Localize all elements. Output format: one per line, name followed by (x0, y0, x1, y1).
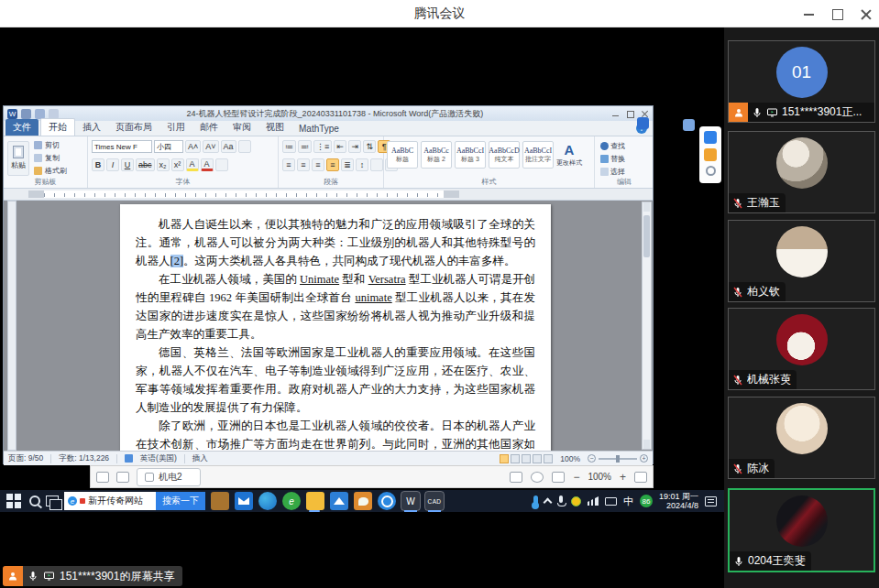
panel-icon[interactable] (510, 472, 522, 483)
zoom-knob[interactable] (616, 455, 620, 463)
find-button[interactable]: 查找 (600, 141, 632, 151)
font-name-combo[interactable]: Times New F (92, 140, 152, 153)
fullscreen-icon[interactable] (634, 472, 647, 483)
tab-page-layout[interactable]: 页面布局 (108, 119, 159, 136)
format-painter-button[interactable]: 格式刷 (34, 166, 67, 176)
italic-button[interactable]: I (106, 158, 119, 171)
desktop-mini-icon-1[interactable] (637, 117, 649, 129)
print-layout-view-icon[interactable] (500, 454, 509, 463)
pan-tool-icon[interactable] (552, 472, 565, 483)
copy-button[interactable]: 复制 (34, 153, 67, 163)
widget-doc-icon[interactable] (704, 131, 717, 144)
zoom-slider[interactable]: − + (588, 454, 648, 463)
distribute-button[interactable]: ≣ (341, 158, 354, 171)
font-size-combo[interactable]: 小四 (154, 140, 183, 153)
style-heading3[interactable]: AaBbCcI 标题 3 (455, 141, 486, 169)
underline-button[interactable]: U (121, 158, 134, 171)
minimize-button[interactable] (803, 8, 815, 20)
touch-keyboard-icon[interactable] (605, 497, 617, 506)
outline-view-icon[interactable] (533, 454, 542, 463)
word-logo-icon[interactable]: W (7, 109, 17, 119)
close-button[interactable] (860, 8, 872, 20)
language-indicator[interactable]: 英语(美国) (140, 453, 177, 464)
insert-mode-indicator[interactable]: 插入 (192, 453, 208, 464)
save-icon[interactable] (21, 109, 31, 119)
ime-indicator[interactable]: 中 (623, 495, 633, 508)
taskbar-search-icon[interactable] (29, 495, 40, 506)
style-heading1[interactable]: AaBbC 标题 (387, 141, 418, 169)
vertical-scrollbar[interactable] (642, 201, 652, 450)
zoom-in-icon[interactable]: + (640, 454, 648, 463)
align-left-button[interactable]: ≡ (282, 158, 295, 171)
increase-indent-button[interactable]: ⇥ (348, 140, 361, 153)
superscript-button[interactable]: x² (171, 158, 184, 171)
shrink-font-button[interactable]: A˅ (203, 140, 218, 153)
select-button[interactable]: 选择 (600, 167, 632, 177)
desktop-mini-icon-2[interactable] (683, 119, 695, 131)
new-window-icon[interactable] (116, 472, 129, 483)
style-plain-text[interactable]: AaBbCcD 纯文本 (489, 141, 520, 169)
start-button[interactable] (4, 493, 24, 509)
tab-insert[interactable]: 插入 (75, 119, 108, 136)
zoom-level[interactable]: 100% (560, 454, 580, 463)
mail-app-icon[interactable] (235, 492, 253, 510)
multilevel-list-button[interactable]: ⋮≡ (313, 140, 332, 153)
page-indicator[interactable]: 页面: 9/50 (8, 453, 43, 464)
task-view-icon[interactable] (46, 495, 59, 506)
sort-button[interactable]: ⇅ (363, 140, 376, 153)
tab-mailings[interactable]: 邮件 (192, 119, 225, 136)
bullets-button[interactable]: ≔ (282, 140, 296, 153)
participant-tile[interactable]: 陈冰 (728, 397, 875, 479)
change-styles-button[interactable]: 更改样式 (556, 158, 582, 168)
spellcheck-icon[interactable] (125, 454, 133, 463)
zoom-out-icon[interactable]: − (588, 454, 596, 463)
numbering-button[interactable]: ≕ (298, 140, 312, 153)
replace-button[interactable]: 替换 (600, 154, 632, 164)
chat-app-icon[interactable] (354, 492, 372, 510)
grid-view-icon[interactable] (96, 472, 109, 483)
cloud-icon[interactable] (531, 472, 544, 483)
participant-tile-host[interactable]: 01 151****3901正... (728, 40, 875, 123)
notification-center-icon[interactable] (705, 496, 717, 506)
drawing-tab[interactable]: 机电2 (137, 468, 201, 486)
temperature-tray-icon[interactable] (533, 495, 538, 507)
word-app-icon[interactable]: W (401, 492, 420, 510)
cad-app-icon[interactable]: CAD (425, 492, 444, 510)
clear-format-button[interactable] (238, 140, 251, 153)
taskbar-search-box[interactable]: e 新开传奇网站 搜索一下 (64, 492, 205, 510)
shading-button[interactable] (370, 158, 383, 171)
mic-tray-icon[interactable] (557, 495, 565, 506)
tab-file[interactable]: 文件 (5, 119, 38, 136)
web-layout-view-icon[interactable] (522, 454, 531, 463)
tab-review[interactable]: 审阅 (225, 119, 258, 136)
tab-mathtype[interactable]: MathType (291, 122, 346, 136)
word-count[interactable]: 字数: 1/13,226 (59, 453, 109, 464)
strikethrough-button[interactable]: abc (136, 158, 155, 171)
scroll-up-arrow[interactable] (643, 202, 650, 212)
fullscreen-view-icon[interactable] (511, 454, 520, 463)
word-close-button[interactable] (641, 110, 649, 117)
draft-view-icon[interactable] (544, 454, 553, 463)
tray-expand-icon[interactable] (544, 498, 553, 507)
network-tray-icon[interactable] (588, 496, 599, 506)
strip-zoom-out-icon[interactable]: − (573, 471, 579, 484)
green-browser-app-icon[interactable]: e (282, 492, 301, 510)
taskbar-clock[interactable]: 19:01 周一 2024/4/8 (659, 492, 698, 510)
vertical-ruler[interactable] (7, 201, 16, 451)
blue-circle-app-icon[interactable] (378, 492, 396, 510)
strip-zoom-in-icon[interactable]: + (620, 471, 626, 484)
widget-search-icon[interactable] (706, 166, 716, 176)
store-app-icon[interactable] (211, 492, 229, 510)
status-tray-icon[interactable] (571, 496, 581, 506)
style-comment-text[interactable]: AaBbCcI 批注文字 (522, 141, 554, 169)
participant-tile[interactable]: 机械张萸 (728, 308, 875, 390)
scrollbar-thumb[interactable] (643, 215, 650, 257)
bold-button[interactable]: B (92, 158, 104, 171)
undo-icon[interactable] (35, 109, 45, 119)
cut-button[interactable]: 剪切 (34, 140, 67, 150)
tab-references[interactable]: 引用 (159, 119, 192, 136)
file-explorer-icon[interactable] (306, 492, 324, 510)
horizontal-ruler[interactable] (4, 189, 653, 201)
change-case-button[interactable]: Aa (221, 140, 236, 153)
font-color-button[interactable]: A (201, 158, 214, 171)
